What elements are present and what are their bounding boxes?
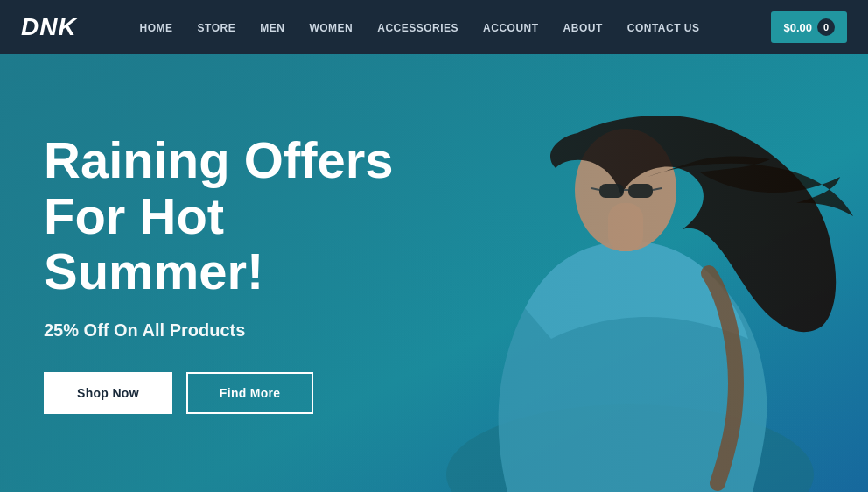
hero-subtitle: 25% Off On All Products: [44, 320, 420, 341]
navbar: DNK HOME STORE MEN WOMEN ACCESSORIES ACC…: [0, 0, 868, 54]
nav-item-about[interactable]: ABOUT: [551, 19, 615, 35]
hero-title: Raining Offers For Hot Summer!: [44, 132, 420, 299]
nav-item-men[interactable]: MEN: [248, 19, 297, 35]
nav-link-store[interactable]: STORE: [186, 22, 248, 34]
nav-item-accessories[interactable]: ACCESSORIES: [365, 19, 471, 35]
hero-section: Raining Offers For Hot Summer! 25% Off O…: [0, 54, 868, 492]
cart-button[interactable]: $0.00 0: [771, 11, 847, 43]
nav-link-contact[interactable]: CONTACT US: [615, 22, 712, 34]
shop-now-button[interactable]: Shop Now: [44, 372, 172, 414]
nav-link-men[interactable]: MEN: [248, 22, 297, 34]
cart-badge: 0: [817, 18, 835, 36]
find-more-button[interactable]: Find More: [186, 372, 314, 414]
nav-item-account[interactable]: ACCOUNT: [471, 19, 551, 35]
cart-price: $0.00: [783, 21, 812, 34]
nav-links: HOME STORE MEN WOMEN ACCESSORIES ACCOUNT…: [128, 19, 712, 35]
nav-link-account[interactable]: ACCOUNT: [471, 22, 551, 34]
hero-buttons: Shop Now Find More: [44, 372, 420, 414]
nav-item-contact[interactable]: CONTACT US: [615, 19, 712, 35]
nav-link-women[interactable]: WOMEN: [297, 22, 365, 34]
nav-item-women[interactable]: WOMEN: [297, 19, 365, 35]
hero-content: Raining Offers For Hot Summer! 25% Off O…: [0, 132, 464, 414]
brand-logo[interactable]: DNK: [21, 13, 77, 41]
nav-item-store[interactable]: STORE: [186, 19, 248, 35]
nav-item-home[interactable]: HOME: [128, 19, 186, 35]
nav-link-about[interactable]: ABOUT: [551, 22, 615, 34]
nav-link-home[interactable]: HOME: [128, 22, 186, 34]
nav-link-accessories[interactable]: ACCESSORIES: [365, 22, 471, 34]
